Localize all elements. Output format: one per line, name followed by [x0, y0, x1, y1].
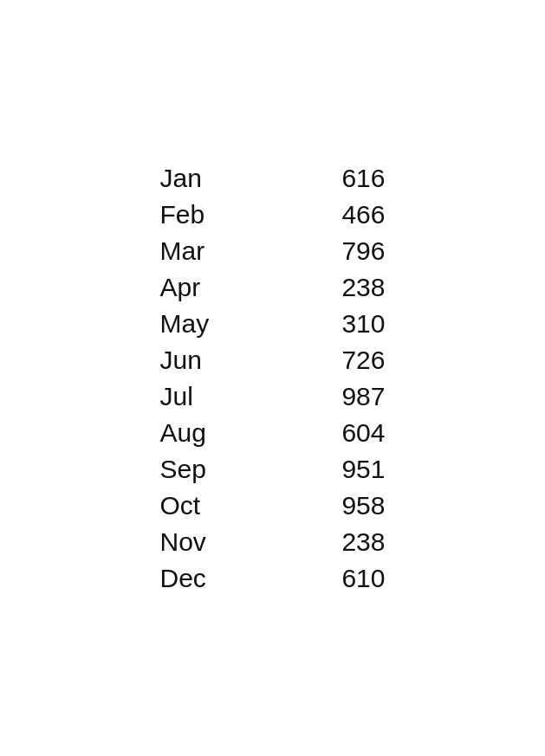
table-row: Jan616: [160, 160, 386, 197]
month-label: Sep: [160, 455, 299, 484]
table-row: Aug604: [160, 415, 386, 451]
value-label: 616: [299, 164, 386, 193]
month-label: May: [160, 309, 299, 339]
month-label: Jul: [160, 382, 299, 411]
table-row: Sep951: [160, 451, 386, 488]
value-label: 796: [299, 236, 386, 266]
value-label: 610: [299, 564, 386, 593]
value-label: 466: [299, 200, 386, 229]
month-label: Jun: [160, 346, 299, 375]
table-row: Mar796: [160, 233, 386, 269]
monthly-data-table: Jan616Feb466Mar796Apr238May310Jun726Jul9…: [160, 160, 386, 597]
month-label: Dec: [160, 564, 299, 593]
table-row: Dec610: [160, 560, 386, 597]
table-row: Jun726: [160, 342, 386, 378]
value-label: 726: [299, 346, 386, 375]
value-label: 951: [299, 455, 386, 484]
value-label: 987: [299, 382, 386, 411]
month-label: Jan: [160, 164, 299, 193]
value-label: 238: [299, 527, 386, 557]
month-label: Aug: [160, 418, 299, 448]
table-row: Nov238: [160, 524, 386, 560]
table-row: Apr238: [160, 269, 386, 306]
table-row: May310: [160, 306, 386, 342]
value-label: 310: [299, 309, 386, 339]
month-label: Nov: [160, 527, 299, 557]
table-row: Feb466: [160, 197, 386, 233]
month-label: Mar: [160, 236, 299, 266]
month-label: Apr: [160, 273, 299, 302]
value-label: 958: [299, 491, 386, 520]
month-label: Feb: [160, 200, 299, 229]
table-row: Jul987: [160, 378, 386, 415]
month-label: Oct: [160, 491, 299, 520]
value-label: 238: [299, 273, 386, 302]
table-row: Oct958: [160, 488, 386, 524]
value-label: 604: [299, 418, 386, 448]
